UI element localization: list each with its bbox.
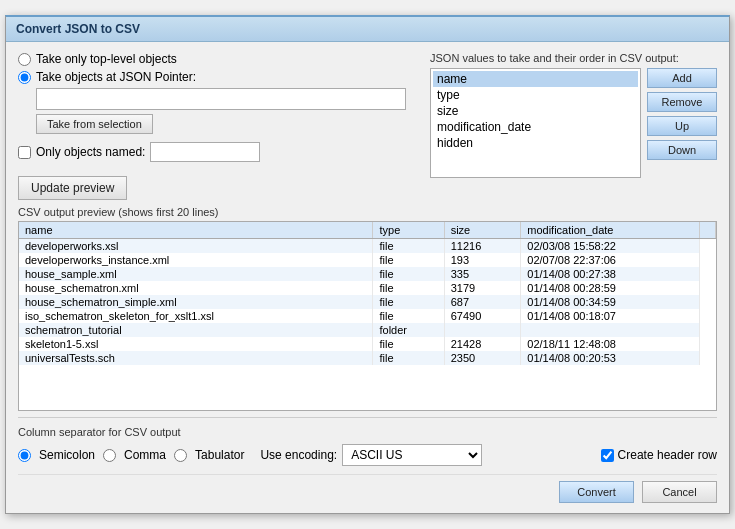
table-cell: developerworks_instance.xml <box>19 253 373 267</box>
table-header-row: nametypesizemodification_date <box>19 222 716 239</box>
table-cell: 01/14/08 00:34:59 <box>521 295 700 309</box>
comma-radio[interactable] <box>103 449 116 462</box>
table-cell: file <box>373 253 444 267</box>
table-row: universalTests.schfile235001/14/08 00:20… <box>19 351 716 365</box>
table-row: iso_schematron_skeleton_for_xslt1.xslfil… <box>19 309 716 323</box>
table-cell: folder <box>373 323 444 337</box>
only-named-checkbox[interactable] <box>18 146 31 159</box>
table-cell: house_sample.xml <box>19 267 373 281</box>
only-named-input[interactable] <box>150 142 260 162</box>
table-body: developerworks.xslfile1121602/03/08 15:5… <box>19 239 716 366</box>
dialog-title: Convert JSON to CSV <box>16 22 140 36</box>
table-cell: 21428 <box>444 337 521 351</box>
encoding-select[interactable]: ASCII USUTF-8UTF-16ISO-8859-1 <box>342 444 482 466</box>
preview-label: CSV output preview (shows first 20 lines… <box>18 206 717 218</box>
json-value-item[interactable]: name <box>433 71 638 87</box>
table-row: house_schematron_simple.xmlfile68701/14/… <box>19 295 716 309</box>
title-bar: Convert JSON to CSV <box>6 17 729 42</box>
table-cell: file <box>373 309 444 323</box>
separator-label: Column separator for CSV output <box>18 426 717 438</box>
table-cell: 3179 <box>444 281 521 295</box>
json-pointer-input[interactable]: entry/entry <box>36 88 406 110</box>
table-cell: universalTests.sch <box>19 351 373 365</box>
json-pointer-radio[interactable] <box>18 71 31 84</box>
table-cell: 02/03/08 15:58:22 <box>521 239 700 254</box>
table-row: developerworks_instance.xmlfile19302/07/… <box>19 253 716 267</box>
create-header-row-label: Create header row <box>618 448 717 462</box>
table-cell: 193 <box>444 253 521 267</box>
table-cell: developerworks.xsl <box>19 239 373 254</box>
table-cell: file <box>373 351 444 365</box>
table-cell: 11216 <box>444 239 521 254</box>
comma-label: Comma <box>124 448 166 462</box>
table-cell: 687 <box>444 295 521 309</box>
up-button[interactable]: Up <box>647 116 717 136</box>
table-cell: house_schematron_simple.xml <box>19 295 373 309</box>
dialog: Convert JSON to CSV Take only top-level … <box>5 15 730 514</box>
remove-button[interactable]: Remove <box>647 92 717 112</box>
table-row: schematron_tutorialfolder <box>19 323 716 337</box>
preview-table: nametypesizemodification_date developerw… <box>19 222 716 365</box>
table-row: house_sample.xmlfile33501/14/08 00:27:38 <box>19 267 716 281</box>
tabulator-radio[interactable] <box>174 449 187 462</box>
table-cell: file <box>373 337 444 351</box>
table-cell <box>444 323 521 337</box>
table-cell: house_schematron.xml <box>19 281 373 295</box>
table-cell: file <box>373 281 444 295</box>
table-cell: 01/14/08 00:28:59 <box>521 281 700 295</box>
semicolon-radio[interactable] <box>18 449 31 462</box>
table-header-cell: type <box>373 222 444 239</box>
table-cell: 01/14/08 00:27:38 <box>521 267 700 281</box>
cancel-button[interactable]: Cancel <box>642 481 717 503</box>
table-cell: 335 <box>444 267 521 281</box>
table-header-cell: name <box>19 222 373 239</box>
table-cell: iso_schematron_skeleton_for_xslt1.xsl <box>19 309 373 323</box>
update-preview-button[interactable]: Update preview <box>18 176 127 200</box>
down-button[interactable]: Down <box>647 140 717 160</box>
table-row: house_schematron.xmlfile317901/14/08 00:… <box>19 281 716 295</box>
table-cell: 2350 <box>444 351 521 365</box>
only-named-label: Only objects named: <box>36 145 145 159</box>
take-from-selection-button[interactable]: Take from selection <box>36 114 153 134</box>
encoding-label: Use encoding: <box>260 448 337 462</box>
table-header-cell: size <box>444 222 521 239</box>
json-value-item[interactable]: hidden <box>433 135 638 151</box>
json-value-item[interactable]: modification_date <box>433 119 638 135</box>
json-pointer-label: Take objects at JSON Pointer: <box>36 70 196 84</box>
convert-button[interactable]: Convert <box>559 481 634 503</box>
preview-table-wrapper: nametypesizemodification_date developerw… <box>18 221 717 411</box>
table-cell: skeleton1-5.xsl <box>19 337 373 351</box>
add-button[interactable]: Add <box>647 68 717 88</box>
table-cell <box>521 323 700 337</box>
json-value-item[interactable]: size <box>433 103 638 119</box>
tabulator-label: Tabulator <box>195 448 244 462</box>
create-header-row-checkbox[interactable] <box>601 449 614 462</box>
table-header-cell: modification_date <box>521 222 700 239</box>
table-cell: schematron_tutorial <box>19 323 373 337</box>
table-cell: 01/14/08 00:20:53 <box>521 351 700 365</box>
table-cell: 02/18/11 12:48:08 <box>521 337 700 351</box>
table-cell: file <box>373 295 444 309</box>
semicolon-label: Semicolon <box>39 448 95 462</box>
table-header-scroll <box>700 222 716 239</box>
top-level-label: Take only top-level objects <box>36 52 177 66</box>
table-cell: 67490 <box>444 309 521 323</box>
table-row: developerworks.xslfile1121602/03/08 15:5… <box>19 239 716 254</box>
table-cell: 01/14/08 00:18:07 <box>521 309 700 323</box>
json-values-listbox[interactable]: nametypesizemodification_datehidden <box>430 68 641 178</box>
json-values-label: JSON values to take and their order in C… <box>430 52 717 64</box>
json-value-item[interactable]: type <box>433 87 638 103</box>
table-cell: file <box>373 267 444 281</box>
top-level-radio[interactable] <box>18 53 31 66</box>
table-cell: 02/07/08 22:37:06 <box>521 253 700 267</box>
table-row: skeleton1-5.xslfile2142802/18/11 12:48:0… <box>19 337 716 351</box>
table-cell: file <box>373 239 444 254</box>
